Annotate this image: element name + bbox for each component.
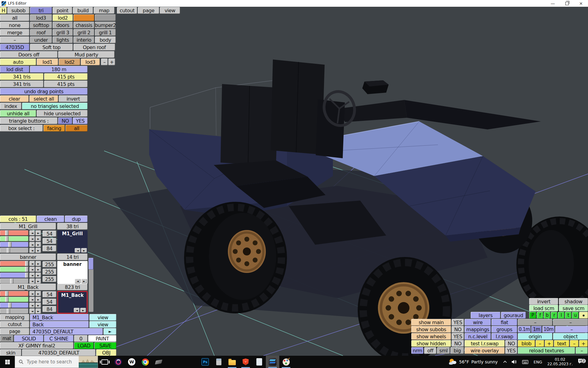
menu-cutout[interactable]: cutout	[117, 7, 137, 14]
btn-gouraud[interactable]: gouraud	[501, 312, 526, 319]
channel-r[interactable]: r	[551, 312, 557, 319]
btn-index[interactable]: index	[0, 103, 21, 109]
btn-grill1[interactable]: grill 1	[95, 29, 116, 36]
gray-slider[interactable]	[0, 278, 28, 284]
minimize-button[interactable]: —	[546, 0, 560, 7]
btn-nrm-sml[interactable]: sml	[437, 347, 450, 354]
paint-button[interactable]	[279, 356, 293, 368]
channel-u[interactable]: u	[572, 312, 579, 319]
btn-clear[interactable]: clear	[0, 95, 29, 102]
slider-thumb[interactable]	[8, 303, 12, 308]
btn-grill2[interactable]: grill 2	[74, 29, 94, 36]
btn-save[interactable]: SAVE	[94, 342, 116, 349]
btn-dup[interactable]: dup	[65, 216, 88, 222]
red-slider[interactable]	[0, 261, 28, 266]
btn-origin[interactable]: origin	[518, 333, 552, 340]
slider-thumb[interactable]	[5, 297, 9, 302]
menu-subob[interactable]: subob	[7, 7, 29, 14]
cutout-value[interactable]: Back	[30, 321, 89, 328]
btn-all[interactable]: all	[0, 14, 29, 21]
photoshop-button[interactable]: Ps	[198, 356, 212, 368]
btn-text-plus[interactable]: +	[579, 340, 588, 347]
red-inc[interactable]: ►	[36, 230, 41, 236]
gray-inc[interactable]: ►	[36, 278, 41, 284]
blue-inc[interactable]: ►	[36, 273, 41, 278]
slider-thumb[interactable]	[5, 291, 9, 296]
btn-shadow[interactable]: shadow	[559, 298, 588, 305]
btn-invert-normals[interactable]: invert	[529, 298, 558, 305]
btn-object[interactable]: object	[553, 333, 588, 340]
channel-t[interactable]: t	[565, 312, 571, 319]
blue-slider[interactable]	[0, 242, 28, 247]
menu-h[interactable]: H	[0, 7, 7, 14]
preview-prev[interactable]: ◄	[75, 248, 81, 253]
slider-thumb[interactable]	[8, 242, 12, 247]
search-input[interactable]	[26, 359, 73, 365]
btn-undo-drag-points[interactable]: undo drag points	[0, 88, 88, 95]
btn-doors-off[interactable]: Doors off	[0, 51, 58, 58]
slider-thumb[interactable]	[25, 273, 28, 278]
preview-next[interactable]: ►	[81, 279, 87, 283]
preview-next[interactable]: ►	[81, 248, 87, 253]
btn-lr-swap[interactable]: l.r.swap	[492, 333, 517, 340]
btn-text-minus[interactable]: –	[570, 340, 579, 347]
btn-invert-selection[interactable]: invert	[59, 95, 88, 102]
btn-merge[interactable]: merge	[0, 29, 29, 36]
chrome-button[interactable]	[138, 356, 152, 368]
btn-lod3[interactable]: lod3	[81, 59, 100, 65]
gray-dec[interactable]: ◄	[29, 278, 35, 284]
green-value[interactable]: 255	[43, 269, 56, 275]
language-indicator[interactable]: ENG	[531, 360, 545, 364]
btn-solid[interactable]: SOLID	[14, 335, 43, 342]
colors-scrollbar[interactable]	[89, 258, 93, 312]
btn-blob[interactable]: blob	[518, 340, 535, 347]
volume-button[interactable]	[509, 356, 520, 368]
red-slider[interactable]	[0, 230, 28, 236]
blue-inc[interactable]: ►	[36, 242, 41, 247]
btn-lod1[interactable]: lod1	[37, 59, 58, 65]
wire-overlay-toggle[interactable]: YES	[505, 347, 517, 354]
mapping-view-button[interactable]: view	[89, 314, 116, 321]
btn-lod3-tab[interactable]: lod3	[30, 14, 52, 21]
btn-c-shine[interactable]: C SHINE	[44, 335, 74, 342]
btn-softtop[interactable]: softtop	[30, 22, 52, 29]
btn-open-roof[interactable]: Open roof	[74, 44, 115, 51]
btn-reload-textures[interactable]: reload textures	[518, 347, 575, 354]
btn-save-scm[interactable]: save scm	[559, 305, 588, 312]
red-dec[interactable]: ◄	[29, 261, 35, 266]
btn-clean[interactable]: clean	[37, 216, 64, 222]
channel-P[interactable]: P	[529, 312, 536, 319]
show-wheels-toggle[interactable]: YES	[452, 333, 464, 340]
slider-thumb[interactable]	[25, 267, 28, 272]
btn-facing[interactable]: facing	[43, 125, 65, 132]
red-value[interactable]: 54	[43, 291, 56, 297]
btn-nrm-big[interactable]: big	[450, 347, 464, 354]
test-lr-swap-toggle[interactable]: NO	[505, 340, 517, 347]
blue-dec[interactable]: ◄	[29, 242, 35, 247]
w-app-button[interactable]: W	[125, 356, 138, 368]
btn-text[interactable]: text	[554, 340, 569, 347]
group-name[interactable]: banner	[0, 254, 56, 260]
btn-roof[interactable]: roof	[30, 29, 52, 36]
green-inc[interactable]: ►	[36, 297, 41, 302]
color-preview-selected[interactable]: M1_Back ◄►	[57, 291, 88, 314]
btn-scale-01m[interactable]: 0.1m	[518, 326, 531, 333]
btn-mappings[interactable]: mappings	[465, 326, 491, 333]
channel-l[interactable]: l	[558, 312, 564, 319]
btn-lod-plus[interactable]: +	[108, 59, 115, 65]
restore-button[interactable]	[560, 0, 574, 7]
slider-thumb[interactable]	[5, 230, 9, 236]
red-inc[interactable]: ►	[36, 261, 41, 266]
gray-slider[interactable]	[0, 309, 28, 314]
preview-next[interactable]: ►	[80, 308, 86, 312]
mapping-value[interactable]: M1_Back	[30, 314, 89, 321]
btn-gray-blank[interactable]	[95, 14, 116, 21]
gray-app-button[interactable]	[152, 356, 165, 368]
btn-reload-minus[interactable]: –	[576, 347, 588, 354]
btn-chassis[interactable]: chassis	[74, 22, 94, 29]
btn-unhide-all[interactable]: unhide all	[0, 110, 36, 117]
red-slider[interactable]	[0, 291, 28, 296]
slider-thumb[interactable]	[7, 309, 10, 314]
btn-soft-top[interactable]: Soft top	[30, 44, 73, 51]
btn-scale-10m[interactable]: 10m	[542, 326, 555, 333]
